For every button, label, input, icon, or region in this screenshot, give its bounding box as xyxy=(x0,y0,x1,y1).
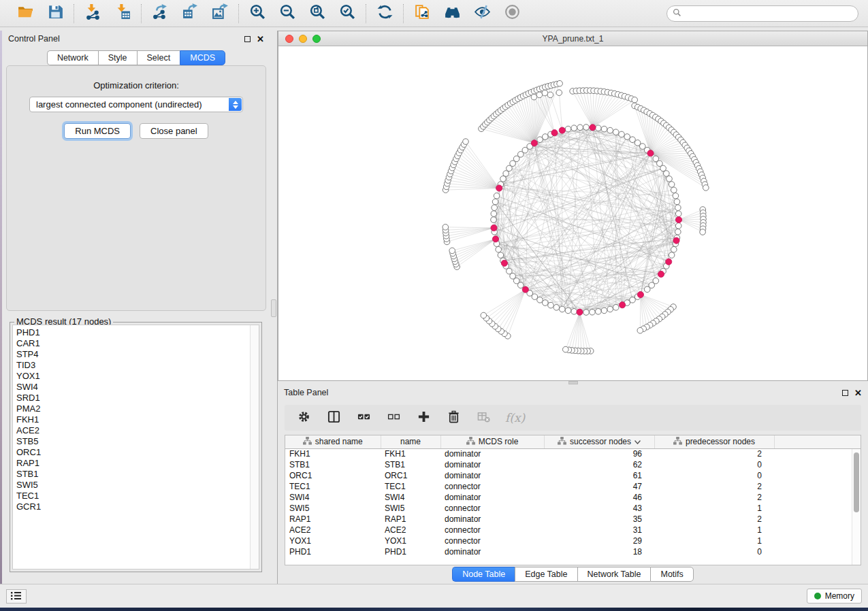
mcds-result-item[interactable]: ACE2 xyxy=(13,425,259,436)
mcds-result-item[interactable]: SRD1 xyxy=(13,393,259,403)
mcds-result-item[interactable]: STP4 xyxy=(13,349,259,360)
table-cell[interactable]: connector xyxy=(440,503,544,514)
table-cell[interactable]: FKH1 xyxy=(285,448,381,459)
table-cell[interactable]: SWI5 xyxy=(285,503,381,514)
import-table-button[interactable] xyxy=(113,4,132,23)
table-cell[interactable]: ACE2 xyxy=(381,525,440,535)
table-row[interactable]: FKH1FKH1dominator962 xyxy=(285,448,861,459)
zoom-in-button[interactable] xyxy=(248,4,267,23)
delete-table-button[interactable] xyxy=(475,410,492,426)
table-cell[interactable]: 0 xyxy=(654,546,774,557)
table-scrollbar-thumb[interactable] xyxy=(854,452,859,512)
export-image-button[interactable] xyxy=(210,4,229,23)
table-row[interactable]: SWI5SWI5connector431 xyxy=(285,503,861,514)
column-header-mcds-role[interactable]: MCDS role xyxy=(440,435,544,448)
table-cell[interactable]: 1 xyxy=(654,503,774,514)
table-row[interactable]: STB1STB1dominator620 xyxy=(285,459,861,470)
table-cell[interactable]: 96 xyxy=(544,448,654,459)
table-cell[interactable]: 2 xyxy=(654,514,774,525)
table-cell[interactable]: SWI4 xyxy=(285,492,381,503)
mcds-list-scrollbar[interactable] xyxy=(250,325,259,569)
close-table-panel-icon[interactable]: ✕ xyxy=(854,389,862,397)
table-cell[interactable]: STB1 xyxy=(381,459,440,470)
table-cell[interactable]: PHD1 xyxy=(285,546,381,557)
float-table-panel-icon[interactable] xyxy=(842,390,848,396)
table-cell[interactable]: FKH1 xyxy=(381,448,440,459)
mcds-result-item[interactable]: CAR1 xyxy=(13,338,259,349)
column-browser-button[interactable] xyxy=(325,410,342,426)
table-cell[interactable]: connector xyxy=(440,525,544,535)
zoom-out-button[interactable] xyxy=(278,4,297,23)
network-graph[interactable] xyxy=(278,46,867,380)
table-cell[interactable]: 2 xyxy=(654,448,774,459)
table-cell[interactable]: connector xyxy=(440,535,544,546)
table-cell[interactable]: dominator xyxy=(440,546,544,557)
mcds-result-item[interactable]: ORC1 xyxy=(13,447,259,458)
table-cell[interactable]: RAP1 xyxy=(285,514,381,525)
add-row-button[interactable] xyxy=(415,410,432,426)
split-pane-handle[interactable] xyxy=(271,299,276,317)
table-scrollbar[interactable] xyxy=(852,449,861,565)
close-panel-icon[interactable]: ✕ xyxy=(257,35,264,44)
table-row[interactable]: SWI4SWI4dominator462 xyxy=(285,492,861,503)
save-session-button[interactable] xyxy=(46,4,65,23)
mcds-result-item[interactable]: GCR1 xyxy=(13,501,259,512)
table-row[interactable]: ACE2ACE2connector311 xyxy=(285,525,861,535)
criterion-select[interactable]: largest connected component (undirected) xyxy=(29,97,243,112)
hide-selected-button[interactable] xyxy=(472,4,492,23)
table-cell[interactable]: connector xyxy=(440,481,544,492)
delete-row-button[interactable] xyxy=(445,410,462,426)
clear-selection-button[interactable] xyxy=(385,410,402,426)
table-cell[interactable]: PHD1 xyxy=(381,546,440,557)
table-cell[interactable]: 0 xyxy=(654,470,774,481)
close-panel-button[interactable]: Close panel xyxy=(140,123,208,139)
table-cell[interactable]: ORC1 xyxy=(285,470,381,481)
tab-network[interactable]: Network xyxy=(47,50,98,65)
table-row[interactable]: ORC1ORC1dominator610 xyxy=(285,470,861,481)
table-cell[interactable]: 2 xyxy=(654,492,774,503)
tab-mcds[interactable]: MCDS xyxy=(180,50,225,65)
mcds-result-item[interactable]: TEC1 xyxy=(13,491,259,501)
table-cell[interactable]: 18 xyxy=(544,546,654,557)
tab-style[interactable]: Style xyxy=(98,50,137,65)
float-panel-icon[interactable] xyxy=(244,36,251,42)
search-input[interactable] xyxy=(681,9,852,18)
table-row[interactable]: YOX1YOX1connector291 xyxy=(285,535,861,546)
network-canvas[interactable] xyxy=(278,46,867,380)
table-settings-button[interactable] xyxy=(295,410,312,426)
clone-network-button[interactable] xyxy=(413,4,432,23)
mcds-result-item[interactable]: SWI5 xyxy=(13,480,259,491)
mcds-result-item[interactable]: FKH1 xyxy=(13,414,259,425)
table-cell[interactable]: YOX1 xyxy=(381,535,440,546)
column-header-predecessor-nodes[interactable]: predecessor nodes xyxy=(654,435,774,448)
table-tab-edge-table[interactable]: Edge Table xyxy=(515,567,577,582)
fit-selected-button[interactable] xyxy=(338,4,357,23)
table-cell[interactable]: ACE2 xyxy=(285,525,381,535)
table-cell[interactable]: STB1 xyxy=(285,459,381,470)
table-cell[interactable]: 2 xyxy=(654,481,774,492)
table-cell[interactable]: ORC1 xyxy=(381,470,440,481)
select-all-button[interactable] xyxy=(355,410,372,426)
mcds-result-item[interactable]: TID3 xyxy=(13,360,259,371)
mcds-result-item[interactable]: PMA2 xyxy=(13,403,259,414)
tab-select[interactable]: Select xyxy=(137,50,180,65)
mcds-result-item[interactable]: PHD1 xyxy=(13,325,259,338)
table-cell[interactable]: 31 xyxy=(544,525,654,535)
table-cell[interactable]: SWI5 xyxy=(381,503,440,514)
mcds-result-item[interactable]: RAP1 xyxy=(13,458,259,469)
import-network-button[interactable] xyxy=(83,4,102,23)
table-cell[interactable]: 1 xyxy=(654,535,774,546)
table-row[interactable]: PHD1PHD1dominator180 xyxy=(285,546,861,557)
table-cell[interactable]: YOX1 xyxy=(285,535,381,546)
table-cell[interactable]: 35 xyxy=(544,514,654,525)
table-row[interactable]: RAP1RAP1dominator352 xyxy=(285,514,861,525)
table-cell[interactable]: RAP1 xyxy=(381,514,440,525)
table-cell[interactable]: 43 xyxy=(544,503,654,514)
table-cell[interactable]: dominator xyxy=(440,492,544,503)
table-cell[interactable]: 46 xyxy=(544,492,654,503)
table-cell[interactable]: 61 xyxy=(544,470,654,481)
task-history-button[interactable] xyxy=(6,589,27,604)
column-header-shared-name[interactable]: shared name xyxy=(285,435,381,448)
table-cell[interactable]: 62 xyxy=(544,459,654,470)
fit-content-button[interactable] xyxy=(308,4,327,23)
